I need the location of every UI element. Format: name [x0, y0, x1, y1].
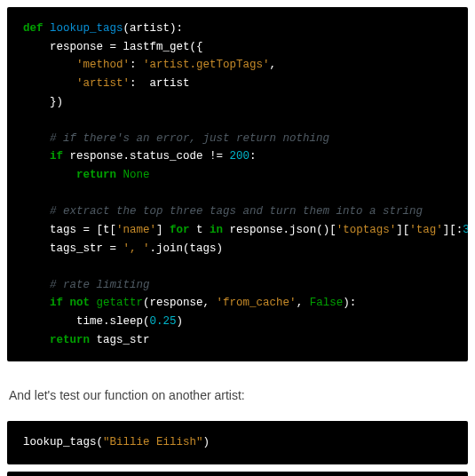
expr: tags_str =: [50, 242, 123, 255]
expr: response.status_code !=: [63, 150, 230, 163]
expr: .join(tags): [150, 242, 224, 255]
comment: # if there's an error, just return nothi…: [50, 132, 329, 145]
code-block-function: def lookup_tags(artist): response = last…: [7, 7, 468, 361]
comment: # extract the top three tags and turn th…: [50, 205, 423, 218]
number: 0.25: [150, 315, 177, 328]
close: ): [203, 436, 210, 448]
expr: response.json()[: [223, 224, 336, 236]
none: None: [123, 169, 150, 181]
close-brace: }): [50, 96, 63, 108]
string: 'name': [116, 224, 156, 236]
colon: :: [130, 59, 143, 71]
arg: artist: [130, 22, 170, 35]
string: 'method': [76, 59, 130, 71]
code-line: response = lastfm_get({: [50, 41, 203, 53]
call: lookup_tags(: [23, 436, 103, 448]
expr: tags_str: [90, 334, 150, 346]
code-block-output: 'pop, indie pop, indie': [7, 472, 468, 476]
string: 'artist': [76, 77, 130, 90]
keyword-return: return: [50, 334, 90, 346]
string: 'tag': [409, 224, 443, 236]
keyword-if: if: [50, 150, 63, 163]
colon: :: [130, 77, 150, 90]
string: 'toptags': [336, 224, 397, 236]
keyword-not: not: [70, 297, 91, 309]
string: 'artist.getTopTags': [143, 59, 270, 71]
keyword-def: def: [23, 22, 44, 35]
expr: (response,: [143, 297, 217, 309]
expr: ]: [156, 224, 170, 236]
string: ', ': [123, 242, 150, 255]
expr: ): [177, 315, 184, 328]
expr: tags = [t[: [50, 224, 116, 236]
colon: :: [249, 150, 257, 163]
expr: ][:: [443, 224, 463, 236]
number: 3: [463, 224, 468, 236]
expr: time.sleep(: [76, 315, 150, 328]
number: 200: [230, 150, 250, 163]
code-block-call: lookup_tags("Billie Eilish"): [7, 421, 468, 464]
close: ):: [343, 297, 356, 309]
paren: (: [123, 22, 131, 35]
keyword-if: if: [50, 297, 63, 309]
string-arg: "Billie Eilish": [103, 436, 203, 448]
var: artist: [150, 77, 190, 90]
function-name: lookup_tags: [50, 22, 123, 35]
paren: ):: [170, 22, 183, 35]
comma: ,: [297, 297, 310, 309]
false-literal: False: [310, 297, 344, 309]
string: 'from_cache': [217, 297, 297, 309]
comment: # rate limiting: [50, 279, 150, 291]
expr: ][: [396, 224, 409, 236]
prose-text: And let's test our function on another a…: [9, 386, 466, 405]
keyword-in: in: [210, 224, 223, 236]
keyword-return: return: [76, 169, 116, 181]
expr: t: [190, 224, 210, 236]
builtin-getattr: getattr: [97, 297, 144, 309]
comma: ,: [270, 59, 277, 71]
keyword-for: for: [170, 224, 190, 236]
